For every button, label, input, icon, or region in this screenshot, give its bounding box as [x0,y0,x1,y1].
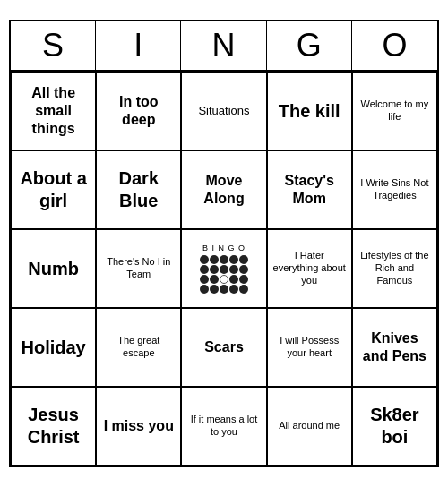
bingo-cell-4: Welcome to my life [352,72,437,150]
free-space-title: B I N G O [202,244,246,253]
header-letter-g: G [267,21,352,70]
cell-text-3: The kill [279,100,340,123]
bingo-cell-23: All around me [267,387,352,466]
bingo-cell-11: There's No I in Team [96,229,181,308]
bingo-cell-17: Scars [181,308,266,387]
cell-text-7: Move Along [185,172,262,208]
bingo-header: SINGO [11,21,437,72]
cell-text-8: Stacy's Mom [271,172,348,208]
bingo-cell-0: All the small things [11,72,96,150]
cell-text-9: I Write Sins Not Tragedies [357,177,433,202]
bingo-cell-22: If it means a lot to you [181,387,266,466]
cell-text-13: I Hater everything about you [271,250,348,286]
header-letter-n: N [181,21,266,70]
cell-text-6: Dark Blue [100,167,177,212]
cell-text-0: All the small things [15,84,91,138]
cell-text-10: Numb [28,258,79,280]
cell-text-20: Jesus Christ [15,404,91,449]
cell-text-22: If it means a lot to you [185,414,262,439]
bingo-cell-24: Sk8er boi [352,387,437,466]
bingo-cell-18: I will Possess your heart [267,308,352,387]
bingo-cell-1: In too deep [96,72,181,150]
bingo-cell-6: Dark Blue [96,150,181,229]
cell-text-15: Holiday [21,337,85,359]
bingo-cell-21: I miss you [96,387,181,466]
bingo-cell-20: Jesus Christ [11,387,96,466]
bingo-cell-7: Move Along [181,150,266,229]
cell-text-23: All around me [279,420,340,432]
cell-text-11: There's No I in Team [100,256,177,281]
bingo-cell-2: Situations [181,72,266,150]
header-letter-i: I [96,21,181,70]
cell-text-18: I will Possess your heart [271,335,348,360]
bingo-cell-16: The great escape [96,308,181,387]
bingo-cell-3: The kill [267,72,352,150]
cell-text-1: In too deep [100,93,177,129]
bingo-cell-13: I Hater everything about you [267,229,352,308]
bingo-cell-8: Stacy's Mom [267,150,352,229]
bingo-cell-9: I Write Sins Not Tragedies [352,150,437,229]
bingo-cell-14: Lifestyles of the Rich and Famous [352,229,437,308]
bingo-cell-5: About a girl [11,150,96,229]
cell-text-14: Lifestyles of the Rich and Famous [357,250,433,286]
cell-text-21: I miss you [104,417,174,435]
cell-text-24: Sk8er boi [357,404,433,449]
cell-text-5: About a girl [15,167,91,212]
cell-text-2: Situations [198,104,249,118]
cell-text-19: Knives and Pens [357,329,433,365]
bingo-cell-12: B I N G O [181,229,266,308]
cell-text-4: Welcome to my life [357,98,433,124]
bingo-card: SINGO All the small thingsIn too deepSit… [9,20,439,467]
cell-text-16: The great escape [100,335,177,360]
cell-text-17: Scars [204,338,244,356]
header-letter-o: O [352,21,437,70]
header-letter-s: S [11,21,96,70]
bingo-cell-10: Numb [11,229,96,308]
bingo-grid: All the small thingsIn too deepSituation… [11,72,437,466]
bingo-cell-15: Holiday [11,308,96,387]
bingo-cell-19: Knives and Pens [352,308,437,387]
